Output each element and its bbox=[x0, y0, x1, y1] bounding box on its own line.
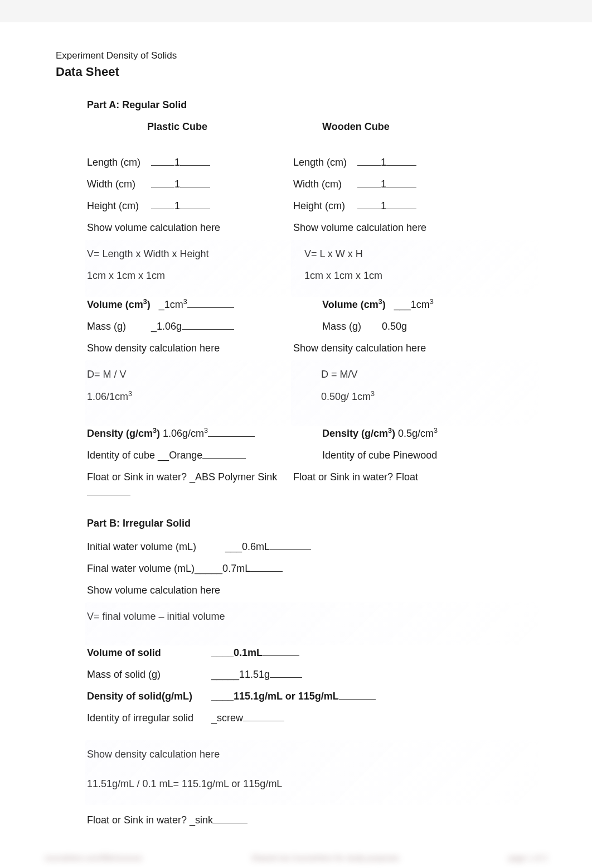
blank bbox=[263, 655, 299, 656]
partb-density-val: ____115.1g/mL or 115g/mL bbox=[211, 691, 339, 702]
plastic-vol-calc: 1cm x 1cm x 1cm bbox=[87, 268, 293, 283]
partb-vol-formula: V= final volume – initial volume bbox=[87, 609, 536, 624]
wooden-mass-label: Mass (g) bbox=[322, 319, 379, 334]
blank bbox=[208, 436, 255, 437]
wooden-height-label: Height (cm) bbox=[293, 199, 355, 214]
plastic-mass-val: _1.06g bbox=[151, 321, 182, 332]
wooden-dens-box: D = M/V 0.50g/ 1cm3 bbox=[293, 363, 536, 423]
plastic-dens-calc: 1.06/1cm3 bbox=[87, 389, 293, 404]
wooden-height-val: 1 bbox=[381, 200, 386, 211]
wooden-volume-label: Volume (cm3) bbox=[322, 299, 386, 310]
partb-density-label: Density of solid(g/mL) bbox=[87, 689, 208, 704]
plastic-length-val: 1 bbox=[174, 157, 180, 168]
plastic-vol-formula: V= Length x Width x Height bbox=[87, 247, 293, 262]
plastic-identity-label: Identity of cube bbox=[87, 450, 155, 461]
wooden-identity-val: Pinewood bbox=[393, 450, 437, 461]
plastic-vol-box: V= Length x Width x Height 1cm x 1cm x 1… bbox=[87, 242, 293, 295]
plastic-float-label: Float or Sink in water? bbox=[87, 471, 187, 483]
partb-mass-label: Mass of solid (g) bbox=[87, 667, 208, 682]
wooden-density-label: Density (g/cm3) bbox=[322, 426, 395, 441]
plastic-float-val: _ABS Polymer Sink bbox=[190, 471, 277, 483]
wooden-show-dens: Show density calculation here bbox=[293, 341, 536, 356]
footer: coursehero.com/file/xxxxxxx Shared via C… bbox=[45, 853, 547, 862]
blank bbox=[151, 209, 174, 209]
part-a-title: Part A: Regular Solid bbox=[87, 99, 536, 111]
wooden-width-label: Width (cm) bbox=[293, 177, 355, 192]
wooden-float-label: Float or Sink in water? bbox=[293, 471, 393, 483]
footer-center: Shared via CourseHero for study purposes bbox=[251, 853, 399, 862]
wooden-length-label: Length (cm) bbox=[293, 155, 355, 170]
blank bbox=[187, 307, 234, 308]
wooden-volume-val: ___1cm3 bbox=[394, 299, 434, 310]
blank bbox=[151, 187, 174, 187]
blank bbox=[357, 209, 381, 209]
wooden-dens-calc: 0.50g/ 1cm3 bbox=[321, 389, 536, 404]
plastic-length-label: Length (cm) bbox=[87, 155, 148, 170]
blank bbox=[87, 495, 130, 495]
plastic-width-val: 1 bbox=[174, 179, 180, 190]
footer-left: coursehero.com/file/xxxxxxx bbox=[45, 853, 142, 862]
partb-mass-val: _____11.51g bbox=[211, 669, 270, 680]
blank bbox=[386, 165, 416, 166]
blank bbox=[213, 823, 248, 823]
plastic-height-val: 1 bbox=[174, 200, 180, 211]
plastic-show-vol: Show volume calculation here bbox=[87, 220, 293, 235]
blank bbox=[250, 571, 283, 572]
wooden-dens-formula: D = M/V bbox=[321, 367, 536, 382]
partb-identity-label: Identity of irregular solid bbox=[87, 711, 208, 726]
experiment-title: Experiment Density of Solids bbox=[56, 50, 536, 61]
partb-show-dens: Show density calculation here bbox=[87, 747, 536, 762]
blank bbox=[182, 329, 234, 330]
wooden-show-vol: Show volume calculation here bbox=[293, 220, 536, 235]
wooden-length-val: 1 bbox=[381, 157, 386, 168]
partb-show-vol: Show volume calculation here bbox=[87, 583, 536, 598]
plastic-dens-box: D= M / V 1.06/1cm3 bbox=[87, 363, 293, 423]
part-b-title: Part B: Irregular Solid bbox=[87, 518, 536, 529]
plastic-mass-label: Mass (g) bbox=[87, 319, 148, 334]
plastic-dens-formula: D= M / V bbox=[87, 367, 293, 382]
partb-initial-val: ___0.6mL bbox=[225, 541, 270, 552]
plastic-height-label: Height (cm) bbox=[87, 199, 148, 214]
plastic-show-dens: Show density calculation here bbox=[87, 341, 293, 356]
partb-dens-box: Show density calculation here 11.51g/mL … bbox=[87, 742, 536, 803]
wooden-identity-label: Identity of cube bbox=[322, 450, 390, 461]
blank bbox=[180, 209, 210, 209]
plastic-identity-val: __Orange bbox=[158, 450, 202, 461]
blank bbox=[386, 209, 416, 209]
plastic-volume-val: _1cm3 bbox=[159, 299, 187, 310]
blank bbox=[202, 458, 246, 459]
blank bbox=[180, 165, 210, 166]
plastic-cube-col: Plastic Cube Length (cm) 1 Width (cm) 1 … bbox=[87, 121, 293, 507]
plastic-density-label: Density (g/cm3) bbox=[87, 426, 160, 441]
blank bbox=[270, 549, 311, 550]
blank bbox=[357, 165, 381, 166]
plastic-density-val: 1.06g/cm3 bbox=[163, 426, 208, 441]
partb-volume-label: Volume of solid bbox=[87, 645, 208, 660]
blank bbox=[270, 677, 302, 678]
wooden-vol-box: V= L x W x H 1cm x 1cm x 1cm bbox=[293, 242, 536, 295]
partb-float-label: Float or Sink in water? bbox=[87, 814, 187, 826]
partb-float-val: _sink bbox=[190, 814, 213, 826]
plastic-volume-label: Volume (cm3) bbox=[87, 299, 151, 310]
footer-right: page 1 of 2 bbox=[508, 853, 547, 862]
page-title: Data Sheet bbox=[56, 65, 536, 79]
blank bbox=[151, 165, 174, 166]
blank bbox=[243, 721, 284, 721]
wooden-width-val: 1 bbox=[381, 179, 386, 190]
wooden-heading: Wooden Cube bbox=[293, 121, 536, 133]
plastic-heading: Plastic Cube bbox=[87, 121, 293, 133]
wooden-mass-val: 0.50g bbox=[382, 321, 407, 332]
blank bbox=[180, 187, 210, 187]
blank bbox=[339, 699, 376, 700]
blank bbox=[357, 187, 381, 187]
wooden-vol-formula: V= L x W x H bbox=[304, 247, 536, 262]
wooden-float-val: Float bbox=[396, 471, 418, 483]
partb-vol-box: V= final volume – initial volume bbox=[87, 605, 536, 643]
wooden-vol-calc: 1cm x 1cm x 1cm bbox=[304, 268, 536, 283]
partb-dens-calc: 11.51g/mL / 0.1 mL= 115.1g/mL or 115g/mL bbox=[87, 777, 536, 792]
blank bbox=[386, 187, 416, 187]
partb-final-label: Final water volume (mL) bbox=[87, 563, 195, 574]
plastic-width-label: Width (cm) bbox=[87, 177, 148, 192]
partb-initial-label: Initial water volume (mL) bbox=[87, 539, 208, 554]
wooden-density-val: 0.5g/cm3 bbox=[398, 426, 438, 441]
